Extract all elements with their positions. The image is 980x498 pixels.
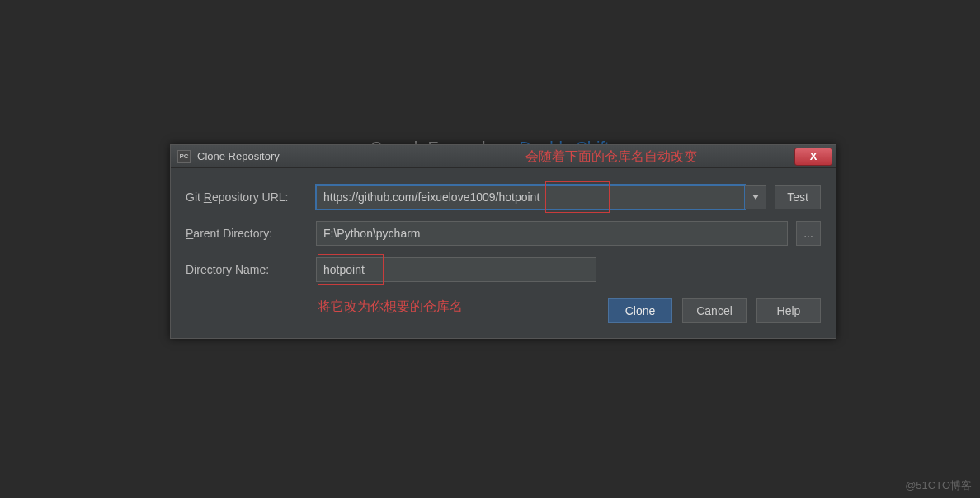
- clone-button[interactable]: Clone: [608, 298, 672, 323]
- label-directory-name: Directory Name:: [186, 263, 316, 276]
- chevron-down-icon: [752, 195, 759, 200]
- repository-url-combo: [316, 185, 766, 209]
- dialog-title: Clone Repository: [197, 150, 794, 162]
- close-button[interactable]: X: [794, 148, 832, 166]
- annotation-bottom: 将它改为你想要的仓库名: [318, 298, 463, 316]
- browse-button[interactable]: ...: [796, 221, 821, 246]
- test-button[interactable]: Test: [775, 185, 821, 209]
- annotation-top: 会随着下面的仓库名自动改变: [525, 148, 697, 166]
- cancel-button[interactable]: Cancel: [682, 298, 747, 323]
- watermark: @51CTO博客: [905, 478, 972, 493]
- row-directory-name: Directory Name:: [186, 257, 821, 282]
- directory-name-wrap: [316, 257, 596, 282]
- row-parent-directory: Parent Directory: ...: [186, 221, 821, 246]
- parent-directory-input[interactable]: [316, 221, 788, 246]
- parent-directory-wrap: [316, 221, 788, 246]
- dialog-button-row: Clone Cancel Help: [463, 298, 821, 323]
- titlebar: PC Clone Repository 会随着下面的仓库名自动改变 X: [171, 145, 836, 168]
- dialog-body: Git Repository URL: Test Parent Director…: [171, 168, 836, 338]
- repository-url-input[interactable]: [316, 185, 745, 209]
- clone-repository-dialog: PC Clone Repository 会随着下面的仓库名自动改变 X Git …: [170, 144, 836, 339]
- close-icon: X: [810, 150, 817, 162]
- app-icon: PC: [177, 150, 191, 163]
- label-repository-url: Git Repository URL:: [186, 190, 316, 204]
- row-repository-url: Git Repository URL: Test: [186, 185, 821, 209]
- help-button[interactable]: Help: [756, 298, 821, 323]
- directory-name-input[interactable]: [316, 257, 596, 282]
- repository-url-dropdown[interactable]: [745, 185, 766, 209]
- label-parent-directory: Parent Directory:: [186, 227, 316, 240]
